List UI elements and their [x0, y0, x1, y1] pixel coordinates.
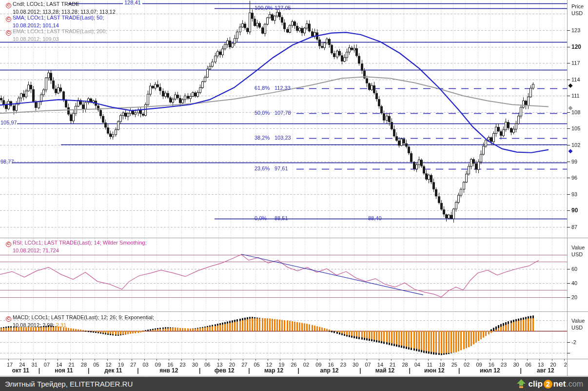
price-tick-label: 87: [571, 224, 577, 230]
price-tick-label: 114: [571, 77, 580, 82]
legend-macd-line1: MACD; LCOc1; LAST TRADE(Last); 12; 26; 9…: [13, 314, 154, 320]
month-separator: |: [298, 368, 299, 373]
fib-extra-label: 88,40: [368, 215, 382, 221]
macd-axis-title-line2: USD: [571, 324, 585, 331]
date-tick-label: 30: [511, 362, 521, 368]
month-label: май 12: [373, 368, 397, 373]
legend-sma: CSMA; LCOc1; LAST TRADE(Last); 50; 10.08…: [6, 14, 104, 29]
fib-value-label: 112,33: [274, 85, 291, 91]
month-separator: |: [88, 368, 89, 373]
legend-rsi: CRSI; LCOc1; LAST TRADE(Last); 14; Wilde…: [6, 239, 147, 254]
rsi-axis-title: Value USD: [571, 244, 585, 258]
price-tick-label: 90: [571, 207, 578, 213]
date-tick-label: 30: [351, 362, 360, 368]
month-separator: |: [520, 368, 522, 373]
month-label: апр 12: [318, 368, 341, 373]
logo-clip-text: clip: [529, 379, 543, 389]
month-label: окт 11: [9, 368, 32, 373]
legend-macd-signal-value: 2,31: [56, 322, 66, 328]
logo-2-badge: 2: [544, 380, 552, 389]
fib-pct-label: 61,8%: [255, 85, 270, 91]
month-label: июн 12: [423, 368, 446, 373]
upload-arrow-icon: [516, 379, 526, 389]
fib-value-label: 97,61: [274, 165, 288, 171]
date-tick-label: 27: [239, 362, 249, 368]
month-label: янв 12: [157, 368, 180, 373]
month-separator: |: [458, 368, 460, 373]
date-tick-label: 23: [178, 362, 188, 368]
fib-value-label: 107,78: [274, 110, 291, 116]
legend-rsi-line1: RSI; LCOc1; LAST TRADE(Last); 14; Wilder…: [13, 240, 147, 246]
support-level-label: 98,77: [0, 159, 14, 165]
price-axis-title: Price USD: [571, 3, 584, 17]
indicator-icon: C: [6, 30, 11, 36]
status-bar: Элитный Трейдер, ELITETRADER.RU clip2net…: [0, 377, 588, 391]
fib-pct-label: 50,0%: [255, 110, 270, 116]
month-separator: |: [409, 368, 411, 373]
macd-tick-label: -2: [571, 339, 576, 345]
date-tick-label: 02: [462, 362, 471, 368]
price-tick-label: 111: [571, 93, 580, 99]
support-level-label: 105,97: [0, 120, 17, 125]
date-tick-label: 07: [363, 362, 373, 368]
price-tick-label: 117: [571, 60, 580, 66]
legend-macd-line2: 10.08.2012; 2,98;: [13, 322, 56, 328]
date-tick-label: 2: [561, 362, 570, 368]
macd-axis-title: Value USD: [571, 317, 585, 331]
trading-terminal-screenshot: 1231201171141111081051029996939087604020…: [0, 0, 588, 391]
fib-value-label: 103,23: [274, 135, 291, 141]
price-tick-label: 93: [571, 191, 577, 197]
date-tick-label: 27: [128, 362, 138, 368]
legend-candle-line1: Cndl; LCOc1; LAST TRADE: [13, 1, 79, 7]
fib-pct-label: 23,6%: [255, 165, 270, 171]
month-separator: |: [248, 368, 250, 373]
legend-ema-line1: EMA; LCOc1; LAST TRADE(Last); 200;: [13, 28, 107, 34]
month-separator: |: [359, 368, 361, 373]
date-tick-label: 04: [412, 362, 422, 368]
fib-pct-label: 38,2%: [255, 135, 270, 141]
price-tick-label: 123: [571, 27, 580, 33]
date-tick-label: 06: [202, 362, 212, 368]
date-tick-label: 28: [79, 362, 89, 368]
rsi-tick-label: 60: [571, 266, 577, 272]
price-tick-label: 120: [571, 44, 581, 50]
month-separator: |: [39, 368, 40, 373]
logo-net-text: net: [553, 379, 566, 389]
legend-candle: CCndl; LCOc1; LAST TRADE 10.08.2012; 113…: [6, 0, 116, 15]
price-tick-label: 108: [571, 109, 580, 115]
legend-sma-line1: SMA; LCOc1; LAST TRADE(Last); 50;: [13, 15, 104, 21]
legend-ema-line2: 10.08.2012; 109,03: [6, 36, 107, 42]
indicator-icon: C: [6, 3, 11, 8]
legend-rsi-line2: 10.08.2012; 71,724: [6, 247, 147, 254]
date-tick-label: 06: [524, 362, 533, 368]
date-tick-label: 31: [30, 362, 39, 368]
date-tick-label: 05: [252, 362, 262, 368]
date-tick-label: 23: [338, 362, 348, 368]
clip2net-logo: clip2net.com: [516, 379, 583, 389]
date-tick-label: 05: [91, 362, 101, 368]
month-label: авг 12: [534, 368, 557, 373]
status-bar-text: Элитный Трейдер, ELITETRADER.RU: [5, 380, 133, 388]
month-separator: |: [199, 368, 200, 373]
date-tick-label: 03: [141, 362, 151, 368]
rsi-tick-label: 20: [571, 294, 577, 300]
level-label-128: 128,41: [123, 0, 142, 5]
date-tick-label: 26: [289, 362, 299, 368]
price-axis-title-line1: Price: [571, 3, 584, 10]
rsi-tick-label: 40: [571, 280, 577, 286]
indicator-icon: C: [6, 17, 11, 22]
price-tick-label: 96: [571, 175, 577, 181]
indicator-icon: C: [6, 316, 11, 322]
legend-ema: CEMA; LCOc1; LAST TRADE(Last); 200; 10.0…: [6, 28, 107, 42]
macd-axis-title-line1: Value: [571, 317, 585, 324]
date-tick-label: 28: [400, 362, 410, 368]
fib-value-label: 127,05: [274, 5, 291, 11]
date-tick-label: 07: [42, 362, 52, 368]
price-axis-title-line2: USD: [571, 10, 584, 17]
date-tick-label: 25: [450, 362, 459, 368]
fib-value-label: 88,51: [274, 215, 288, 221]
date-tick-label: 30: [190, 362, 200, 368]
date-tick-label: 02: [301, 362, 311, 368]
month-label: июл 12: [478, 368, 502, 373]
month-label: ноя 11: [52, 368, 76, 373]
